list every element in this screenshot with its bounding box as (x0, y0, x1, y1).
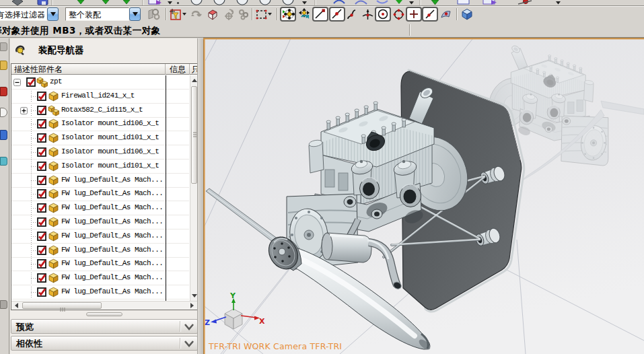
blue-curve-icon-fragment[interactable] (334, 1, 345, 4)
tree-row[interactable]: FW lug_Default_As Mach... (11, 174, 189, 188)
snap-point-on-curve-icon[interactable] (345, 7, 359, 21)
tree-row[interactable]: FW lug_Default_As Mach... (11, 201, 189, 215)
snap-arc-center-icon[interactable] (375, 7, 391, 22)
select-dropdown-caret[interactable] (268, 13, 272, 15)
tree-row[interactable]: FW lug_Default_As Mach... (11, 215, 189, 229)
tree-row-label[interactable]: FW lug_Default_As Mach... (61, 273, 163, 281)
selection-filter-icon[interactable] (168, 7, 182, 21)
rectangle-select-icon[interactable] (254, 7, 268, 21)
tree-row[interactable]: FW lug_Default_As Mach... (11, 271, 189, 285)
view-camera-label: TFR-TRI WORK Camera TFR-TRI (208, 341, 342, 351)
filter-dropdown-caret[interactable] (182, 13, 186, 15)
diamond-icon-fragment[interactable] (12, 0, 23, 5)
tree-row-label[interactable]: FW lug_Default_As Mach... (61, 203, 163, 211)
green-arrow-icon-fragment[interactable] (431, 0, 439, 5)
selection-filter-combo[interactable]: 有选择过滤器 (0, 7, 47, 21)
green-arrow-icon-fragment[interactable] (396, 0, 402, 4)
circle-icon-fragments[interactable] (191, 0, 293, 5)
link-icon[interactable] (237, 7, 250, 21)
dropdown-caret-fragment[interactable] (556, 1, 561, 5)
tree-vertical-scrollbar[interactable] (190, 75, 197, 301)
resource-tab-icon[interactable] (0, 61, 7, 70)
scroll-left-button[interactable] (12, 302, 21, 310)
resource-tab-icon[interactable] (0, 130, 7, 140)
column-header-readonly[interactable]: 只读 (190, 64, 197, 75)
shaded-view-icon[interactable] (460, 7, 474, 21)
vertical-scrollbar-thumb[interactable] (191, 86, 197, 184)
tree-row-label[interactable]: Isolator mount_id101_x_t (61, 162, 159, 170)
tree-row[interactable]: Firewall_id241_x_t (11, 90, 189, 104)
tree-row-label[interactable]: Firewall_id241_x_t (61, 92, 135, 100)
status-bar-divider (409, 24, 410, 36)
tree-branch-line (31, 208, 37, 209)
snap-intersection-icon[interactable] (361, 7, 374, 21)
tree-row-label[interactable]: FW lug_Default_As Mach... (61, 176, 163, 184)
column-header-info[interactable]: 信息 (166, 64, 190, 75)
tree-row-label[interactable]: FW lug_Default_As Mach... (61, 232, 163, 240)
selection-filter-dropdown-button[interactable] (47, 7, 59, 21)
separator (420, 0, 421, 5)
tree-row-label[interactable]: Isolator mount_id106_x_t (61, 147, 159, 155)
resource-tab-icon[interactable] (0, 42, 7, 51)
tree-row-label[interactable]: FW lug_Default_As Mach... (61, 217, 163, 225)
tree-branch-line (31, 124, 37, 125)
tree-row[interactable]: FW lug_Default_As Mach... (11, 285, 189, 299)
tree-row-label[interactable]: zpt (50, 77, 62, 85)
tree-row-label[interactable]: FW lug_Default_As Mach... (61, 246, 163, 254)
separator (52, 0, 52, 5)
panel-splitter-handle[interactable] (86, 312, 122, 316)
tree-row[interactable]: FW lug_Default_As Mach... (11, 257, 189, 271)
window-icon-fragment[interactable] (458, 0, 469, 4)
blue-curve-icon-fragment[interactable] (377, 1, 388, 3)
top-toolbar-clipped-row[interactable] (0, 0, 644, 5)
dropdown-caret-fragment[interactable] (302, 1, 307, 5)
tree-row[interactable]: Isolator mount_id101_x_t (11, 160, 189, 174)
tree-row-label[interactable]: Isolator mount_id106_x_t (61, 119, 159, 127)
dependencies-section-bar[interactable]: 相依性 (11, 336, 198, 351)
tree-row-label[interactable]: Rotax582_C_id115_x_t (61, 106, 143, 114)
dropdown-caret-fragment[interactable] (168, 1, 172, 5)
tree-row-label[interactable]: Isolator mount_id101_x_t (61, 133, 159, 141)
tree-row[interactable]: Rotax582_C_id115_x_t (11, 104, 189, 118)
scope-dropdown-button[interactable] (129, 7, 141, 21)
panel-resize-splitter[interactable] (197, 38, 203, 354)
move-object-icon[interactable] (222, 7, 236, 21)
snap-midpoint-icon[interactable] (329, 7, 345, 22)
snap-point-on-face-icon[interactable] (439, 7, 452, 21)
dropdown-caret-fragment[interactable] (409, 1, 414, 5)
snap-cube-icon[interactable] (205, 7, 219, 21)
separator (180, 321, 181, 332)
tree-row-label[interactable]: FW lug_Default_As Mach... (61, 189, 163, 197)
undo-icon[interactable] (189, 7, 203, 21)
green-arrow-icon-fragments[interactable] (77, 0, 130, 4)
tree-row[interactable]: FW lug_Default_As Mach... (11, 187, 189, 201)
tree-row-label[interactable]: FW lug_Default_As Mach... (61, 287, 163, 295)
resource-tab-icon[interactable] (0, 157, 7, 166)
rotate-view-icon[interactable] (297, 7, 311, 21)
snap-point-on-line-icon[interactable] (422, 7, 438, 22)
resource-tab-icon[interactable] (0, 87, 7, 96)
tree-row[interactable]: Isolator mount_id106_x_t (11, 145, 189, 160)
tree-row[interactable]: Isolator mount_id106_x_t (11, 117, 189, 131)
column-header-part-name[interactable]: 描述性部件名 (11, 64, 166, 75)
scroll-right-button[interactable] (188, 302, 196, 310)
tree-row[interactable]: FW lug_Default_As Mach... (11, 229, 189, 244)
snap-existing-point-icon[interactable] (406, 7, 422, 22)
snap-endpoint-icon[interactable] (312, 7, 328, 22)
preview-section-bar[interactable]: 预览 (11, 319, 198, 334)
animate-dof-icon[interactable] (280, 7, 296, 22)
tree-row[interactable]: FW lug_Default_As Mach... (11, 244, 189, 258)
scope-combo[interactable]: 整个装配 (65, 7, 129, 21)
horizontal-scrollbar-thumb[interactable] (22, 302, 102, 309)
tree-row[interactable]: zpt (11, 75, 189, 90)
resource-tab-icon[interactable] (0, 108, 7, 117)
assembly-constraints-icon[interactable] (147, 7, 160, 21)
snap-quadrant-icon[interactable] (392, 7, 405, 21)
tree-row-label[interactable]: FW lug_Default_As Mach... (61, 259, 163, 267)
tree-row[interactable]: Isolator mount_id101_x_t (11, 131, 189, 145)
tree-horizontal-scrollbar[interactable] (11, 301, 197, 310)
resource-tab-icon[interactable] (0, 300, 7, 309)
blue-curve-icon-fragment[interactable] (355, 1, 367, 5)
axis-label-y: Y (229, 291, 236, 300)
graphics-viewport[interactable]: Y X Z TFR-TRI WORK Camera TFR-TRI (203, 38, 644, 354)
